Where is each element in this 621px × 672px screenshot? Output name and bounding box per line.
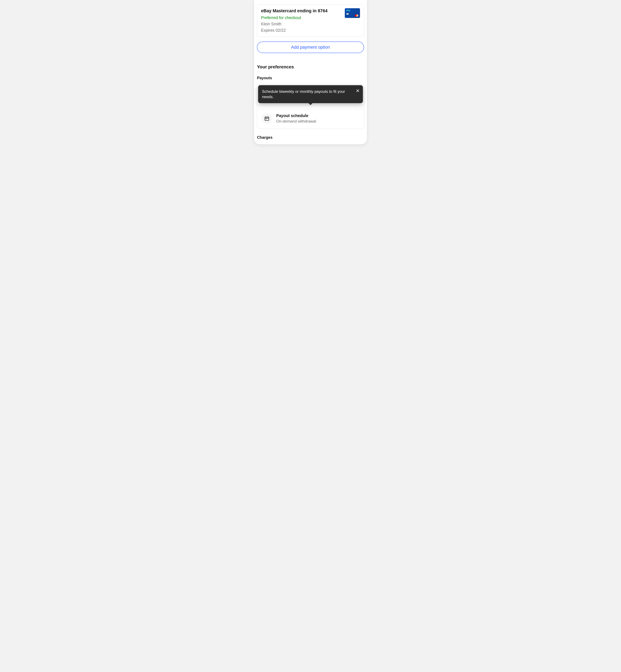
payment-method-card[interactable]: eBay Mastercard ending in 8764 Preferred… [257, 4, 364, 37]
credit-card-icon: ebay [345, 8, 360, 18]
payment-card-expiry: Expires 02/22 [261, 28, 342, 33]
svg-rect-1 [265, 119, 266, 119]
payout-card: Schedule biweekly or monthly payouts to … [257, 85, 364, 129]
payout-schedule-text: Payout schedule On-demand withdrawal [276, 113, 316, 124]
payout-schedule-value: On-demand withdrawal [276, 119, 316, 124]
payouts-heading: Payouts [257, 76, 364, 80]
svg-rect-2 [266, 119, 267, 119]
charges-heading: Charges [257, 135, 364, 140]
card-chip-icon [346, 13, 349, 15]
phone-frame: eBay Mastercard ending in 8764 Preferred… [254, 0, 367, 144]
payment-card-title: eBay Mastercard ending in 8764 [261, 8, 342, 14]
payment-method-info: eBay Mastercard ending in 8764 Preferred… [261, 8, 342, 33]
calendar-icon [262, 113, 272, 124]
payout-schedule-row[interactable]: Payout schedule On-demand withdrawal [257, 109, 364, 129]
preferences-heading: Your preferences [257, 65, 364, 70]
payout-schedule-title: Payout schedule [276, 113, 316, 118]
mastercard-icon [355, 14, 358, 17]
tooltip-close-button[interactable] [355, 88, 361, 94]
tooltip-text: Schedule biweekly or monthly payouts to … [262, 89, 345, 99]
card-brand-logo: ebay [346, 9, 350, 11]
payment-card-holder: Klein Smith [261, 22, 342, 26]
add-payment-button[interactable]: Add payment option [257, 42, 364, 53]
payout-tooltip: Schedule biweekly or monthly payouts to … [258, 85, 363, 103]
payment-card-preferred: Preferred for checkout [261, 15, 342, 20]
close-icon [356, 89, 360, 93]
